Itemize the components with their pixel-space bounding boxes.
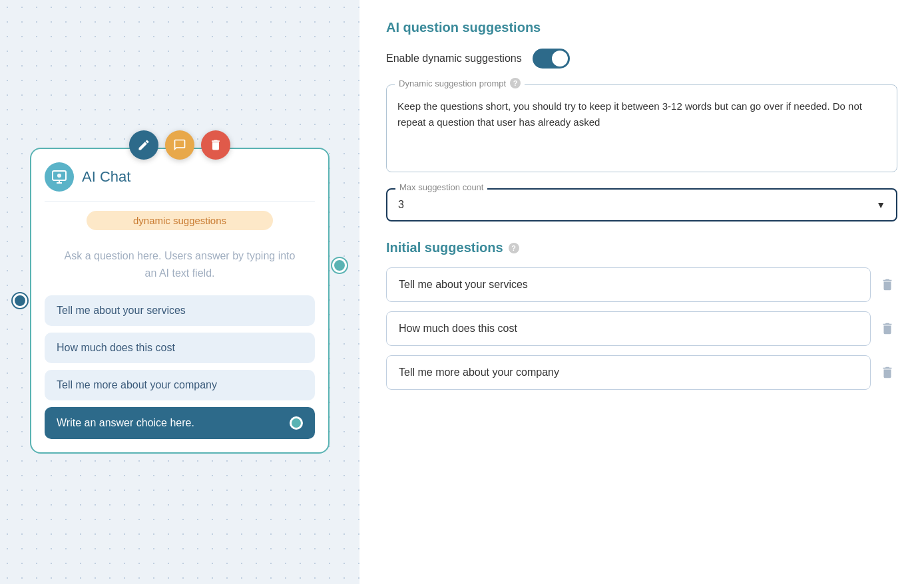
left-panel: AI Chat dynamic suggestions Ask a questi… (0, 0, 359, 584)
toggle-label: Enable dynamic suggestions (386, 53, 522, 65)
dynamic-suggestions-toggle[interactable] (533, 49, 570, 69)
initial-suggestion-row-2 (386, 311, 897, 346)
section-title: AI question suggestions (386, 20, 897, 35)
edit-button[interactable] (129, 130, 158, 160)
widget-actions (30, 130, 330, 160)
delete-widget-button[interactable] (201, 130, 230, 160)
max-suggestion-select[interactable]: Max suggestion count 3 ▼ (386, 188, 897, 221)
chevron-down-icon: ▼ (876, 200, 885, 210)
answer-input: Write an answer choice here. (45, 407, 315, 439)
initial-suggestion-row-1 (386, 267, 897, 302)
answer-input-dot (290, 416, 303, 430)
initial-suggestions-header: Initial suggestions ? (386, 240, 897, 255)
select-row: 3 ▼ (398, 199, 885, 211)
initial-suggestion-input-1[interactable] (386, 267, 871, 302)
initial-suggestion-input-3[interactable] (386, 355, 871, 390)
dynamic-prompt-field: Dynamic suggestion prompt ? Keep the que… (386, 84, 897, 172)
delete-suggestion-3-button[interactable] (877, 363, 897, 382)
left-connector (13, 293, 27, 308)
suggestion-item-2[interactable]: How much does this cost (45, 333, 315, 363)
dynamic-prompt-label: Dynamic suggestion prompt ? (395, 78, 525, 88)
toggle-row: Enable dynamic suggestions (386, 49, 897, 69)
delete-suggestion-2-button[interactable] (877, 319, 897, 339)
initial-suggestion-input-2[interactable] (386, 311, 871, 346)
widget-icon (45, 162, 74, 192)
max-suggestion-label: Max suggestion count (395, 182, 487, 192)
toggle-knob (552, 51, 568, 67)
initial-suggestions-help-icon[interactable]: ? (509, 243, 519, 253)
widget-card: AI Chat dynamic suggestions Ask a questi… (30, 148, 330, 453)
widget-title: AI Chat (82, 168, 130, 186)
answer-placeholder-text: Write an answer choice here. (57, 417, 194, 429)
dynamic-prompt-textarea[interactable]: Keep the questions short, you should try… (397, 98, 886, 158)
delete-suggestion-1-button[interactable] (877, 275, 897, 295)
question-placeholder: Ask a question here. Users answer by typ… (45, 241, 315, 295)
widget-wrapper: AI Chat dynamic suggestions Ask a questi… (30, 130, 330, 453)
dynamic-prompt-help-icon[interactable]: ? (510, 78, 521, 88)
initial-suggestion-row-3 (386, 355, 897, 390)
chat-button[interactable] (165, 130, 194, 160)
right-connector (332, 258, 347, 273)
initial-suggestions-title: Initial suggestions (386, 240, 503, 255)
dynamic-badge: dynamic suggestions (87, 211, 273, 230)
select-value: 3 (398, 199, 404, 211)
right-panel: AI question suggestions Enable dynamic s… (359, 0, 924, 584)
svg-point-1 (57, 174, 61, 178)
widget-header: AI Chat (45, 162, 315, 202)
suggestion-item-1[interactable]: Tell me about your services (45, 295, 315, 326)
suggestion-item-3[interactable]: Tell me more about your company (45, 370, 315, 400)
